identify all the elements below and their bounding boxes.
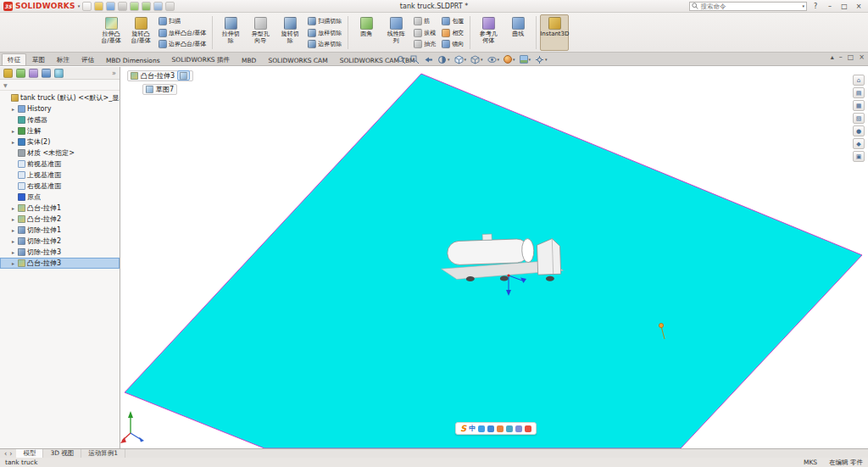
appearances-scenes-icon[interactable]: ●: [853, 125, 865, 136]
tree-item-right-plane[interactable]: 右视基准面: [0, 181, 120, 192]
ribbon-lofted-boss-button[interactable]: 放样凸台/基体: [157, 28, 208, 38]
hide-show-dropdown-icon[interactable]: ▾: [498, 58, 500, 62]
ime-mode-indicator[interactable]: 中: [469, 424, 476, 433]
tree-item-annotations[interactable]: ▸ 注解: [0, 125, 120, 136]
tab-evaluate[interactable]: 评估: [75, 53, 100, 65]
view-orientation-button[interactable]: ▾: [454, 55, 467, 64]
tab-prev-icon[interactable]: ‹: [4, 450, 7, 458]
expand-arrow-icon[interactable]: ▸: [10, 139, 16, 145]
displaymanager-tab-icon[interactable]: [54, 69, 64, 78]
ribbon-reference-geometry-button[interactable]: 参考几 何体: [474, 14, 503, 51]
ribbon-revolved-boss-button[interactable]: 旋转凸 台/基体: [126, 14, 155, 51]
tab-motion-study1[interactable]: 运动算例1: [81, 449, 125, 458]
expand-arrow-icon[interactable]: ▸: [10, 260, 16, 266]
ime-keyboard-icon[interactable]: [487, 425, 494, 432]
doc-restore-icon[interactable]: □: [848, 53, 854, 61]
minimize-button[interactable]: –: [824, 1, 836, 11]
tab-3d-views[interactable]: 3D 视图: [43, 449, 81, 458]
undo-icon[interactable]: [130, 2, 139, 11]
ribbon-mirror-button[interactable]: 镜向: [440, 39, 465, 49]
expand-arrow-icon[interactable]: ▸: [10, 238, 16, 244]
search-dropdown-icon[interactable]: ▾: [802, 4, 804, 8]
collapse-ribbon-icon[interactable]: ▴: [831, 53, 834, 61]
ribbon-boundary-cut-button[interactable]: 边界切除: [306, 39, 343, 49]
solidworks-resources-icon[interactable]: ⌂: [853, 75, 865, 86]
view-palette-icon[interactable]: ▧: [853, 113, 865, 124]
redo-icon[interactable]: [142, 2, 151, 11]
tree-item-boss-extrude3-selected[interactable]: ▸ 凸台-拉伸3: [0, 258, 120, 269]
forum-icon[interactable]: ▣: [853, 151, 865, 162]
ime-voice-icon[interactable]: [478, 425, 485, 432]
zoom-area-button[interactable]: [410, 55, 420, 64]
display-style-button[interactable]: ▾: [470, 55, 483, 64]
expand-arrow-icon[interactable]: ▸: [10, 216, 16, 222]
tree-filter-row[interactable]: ▼: [0, 80, 120, 91]
doc-minimize-icon[interactable]: –: [839, 53, 843, 61]
tree-item-boss-extrude2[interactable]: ▸ 凸台-拉伸2: [0, 214, 120, 225]
tab-cam[interactable]: SOLIDWORKS CAM: [262, 54, 333, 65]
edit-appearance-button[interactable]: ▾: [504, 55, 515, 64]
tab-next-icon[interactable]: ›: [9, 450, 12, 458]
tree-item-material[interactable]: 材质 <未指定>: [0, 147, 120, 158]
ime-settings-icon[interactable]: [525, 425, 531, 432]
section-view-button[interactable]: ▾: [437, 55, 450, 64]
hide-show-items-button[interactable]: ▾: [487, 55, 500, 64]
menu-expand-icon[interactable]: ▾: [78, 4, 81, 8]
3d-scene[interactable]: [120, 67, 868, 448]
ribbon-swept-cut-button[interactable]: 扫描切除: [306, 16, 343, 26]
ribbon-swept-boss-button[interactable]: 扫描: [157, 16, 208, 26]
tree-item-sensors[interactable]: 传感器: [0, 114, 120, 125]
tree-item-cut-extrude3[interactable]: ▸ 切除-拉伸3: [0, 247, 120, 258]
ribbon-rib-button[interactable]: 筋: [412, 16, 437, 26]
expand-arrow-icon[interactable]: ▸: [10, 128, 16, 134]
tab-model[interactable]: 模型: [16, 449, 43, 458]
tab-mbd-dimensions[interactable]: MBD Dimensions: [100, 54, 166, 65]
doc-close-icon[interactable]: ×: [859, 53, 865, 61]
ribbon-intersect-button[interactable]: 相交: [440, 28, 465, 38]
tab-sketch[interactable]: 草图: [26, 53, 51, 65]
ribbon-wrap-button[interactable]: 包覆: [440, 16, 465, 26]
ribbon-shell-button[interactable]: 抽壳: [412, 39, 437, 49]
close-button[interactable]: ×: [853, 1, 865, 11]
expand-arrow-icon[interactable]: ▸: [10, 227, 16, 233]
tree-item-cut-extrude2[interactable]: ▸ 切除-拉伸2: [0, 236, 120, 247]
apply-scene-button[interactable]: ▾: [520, 55, 531, 64]
tree-item-front-plane[interactable]: 前视基准面: [0, 158, 120, 170]
ribbon-curves-button[interactable]: 曲线: [504, 14, 532, 51]
appearance-dropdown-icon[interactable]: ▾: [513, 58, 515, 62]
featuremanager-tree-tab-icon[interactable]: [3, 69, 13, 78]
expand-arrow-icon[interactable]: ▸: [10, 205, 16, 211]
tree-item-history[interactable]: ▸ History: [0, 103, 120, 114]
print-icon[interactable]: [118, 2, 127, 11]
expand-arrow-icon[interactable]: ▸: [10, 249, 16, 255]
help-button[interactable]: ?: [810, 1, 821, 11]
ribbon-extruded-cut-button[interactable]: 拉伸切 除: [216, 14, 245, 51]
section-view-dropdown-icon[interactable]: ▾: [448, 58, 450, 62]
tab-addins[interactable]: SOLIDWORKS 插件: [166, 53, 236, 65]
graphics-area[interactable]: 凸台-拉伸3 草图7: [120, 67, 868, 448]
breadcrumb-sketch-chip[interactable]: 草图7: [142, 84, 177, 95]
dimxpertmanager-tab-icon[interactable]: [42, 69, 51, 78]
view-settings-button[interactable]: ▾: [535, 55, 548, 64]
ime-skin-icon[interactable]: [515, 425, 522, 432]
command-search[interactable]: ▾: [689, 2, 807, 11]
custom-properties-icon[interactable]: ◆: [853, 138, 865, 149]
propertymanager-tab-icon[interactable]: [16, 69, 25, 78]
tree-item-origin[interactable]: 原点: [0, 192, 120, 203]
design-library-icon[interactable]: ▤: [853, 87, 865, 98]
tab-markup[interactable]: 标注: [51, 53, 75, 65]
search-input[interactable]: [700, 3, 800, 10]
tree-item-boss-extrude1[interactable]: ▸ 凸台-拉伸1: [0, 203, 120, 214]
view-settings-dropdown-icon[interactable]: ▾: [545, 58, 548, 62]
configurationmanager-tab-icon[interactable]: [29, 69, 38, 78]
tree-item-cut-extrude1[interactable]: ▸ 切除-拉伸1: [0, 225, 120, 236]
sogou-logo-icon[interactable]: S: [460, 424, 466, 433]
new-document-icon[interactable]: [82, 2, 92, 11]
ime-toolbox-icon[interactable]: [506, 425, 513, 432]
options-icon[interactable]: [165, 2, 175, 11]
scene-dropdown-icon[interactable]: ▾: [529, 58, 531, 62]
tree-item-top-plane[interactable]: 上视基准面: [0, 170, 120, 181]
ribbon-instant3d-button[interactable]: Instant3D: [540, 14, 569, 51]
expand-arrow-icon[interactable]: ▸: [10, 106, 16, 112]
tab-scroll-arrows[interactable]: ‹ ›: [0, 449, 16, 458]
